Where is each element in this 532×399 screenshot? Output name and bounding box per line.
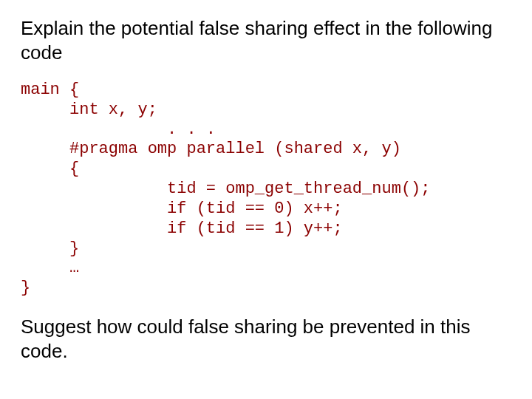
code-line: tid = omp_get_thread_num();	[21, 180, 431, 198]
code-line: }	[21, 239, 79, 258]
code-line: …	[21, 259, 79, 277]
code-block: main { int x, y; . . . #pragma omp paral…	[21, 81, 511, 299]
code-line: main {	[21, 81, 79, 99]
code-line: #pragma omp parallel (shared x, y)	[21, 140, 401, 158]
slide-page: Explain the potential false sharing effe…	[0, 0, 532, 399]
code-line: }	[21, 279, 30, 297]
code-line: {	[21, 160, 79, 178]
prompt-text: Explain the potential false sharing effe…	[21, 16, 511, 64]
code-line: . . .	[21, 120, 216, 139]
code-line: if (tid == 0) x++;	[21, 200, 343, 218]
code-line: if (tid == 1) y++;	[21, 219, 343, 238]
code-line: int x, y;	[21, 100, 157, 119]
question-text: Suggest how could false sharing be preve…	[21, 315, 511, 363]
